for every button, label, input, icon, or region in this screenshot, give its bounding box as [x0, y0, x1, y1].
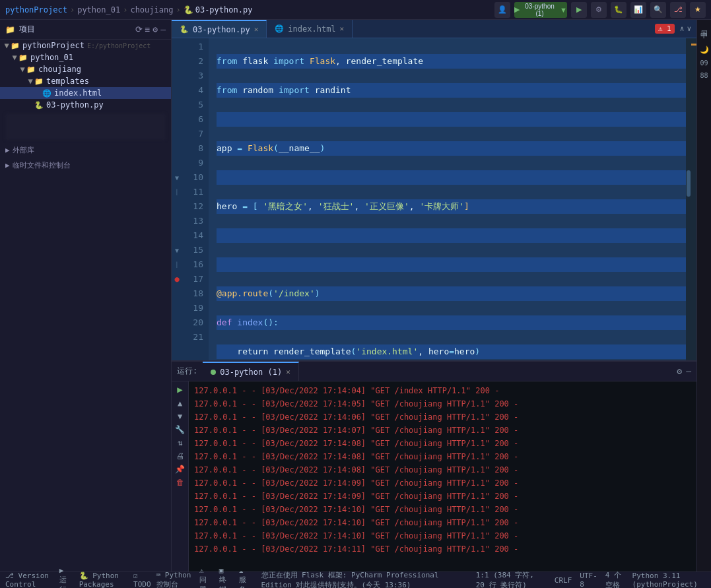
print-icon[interactable]: 🖨 [176, 451, 184, 461]
scrollbar-thumb[interactable] [687, 170, 691, 197]
console-log-line: 127.0.0.1 - - [03/Dec/2022 17:14:11] "GE… [189, 542, 696, 556]
collapse-icon[interactable]: ≡ [145, 24, 151, 34]
right-tool-5[interactable]: 88 [700, 72, 708, 79]
editor-area: 🐍 03-python.py ✕ 🌐 index.html ✕ ⚠ 1 ∧ ∨ [172, 20, 696, 360]
console-log-line: 127.0.0.1 - - [03/Dec/2022 17:14:06] "GE… [189, 410, 696, 424]
html-file-icon: 🌐 [42, 89, 51, 98]
tree-item-project[interactable]: ▼ 📁 pythonProject E:/pythonProject [0, 40, 171, 51]
console-log-line: 127.0.0.1 - - [03/Dec/2022 17:14:07] "GE… [189, 424, 696, 437]
title-bar-actions: 👤 ▶ 03-python (1) ▼ ▶ ⚙ 🐛 📊 🔍 ⎇ ★ [494, 2, 706, 18]
bottom-tab-close[interactable]: ✕ [286, 368, 290, 376]
minimize-console-icon[interactable]: — [686, 366, 691, 376]
indent[interactable]: 4 个空格 [605, 570, 625, 588]
temp-files-section[interactable]: ▶ 临时文件和控制台 [0, 158, 171, 173]
cursor-position[interactable]: 1:1 (384 字符, 20 行 换行符) [476, 570, 547, 588]
collapse-btn[interactable]: ∧ [680, 24, 685, 33]
run-label: 运行: [177, 366, 197, 377]
sort-icon[interactable]: ⇅ [178, 438, 182, 447]
expand-icon: ▼ [3, 41, 11, 50]
console-toolbar: ▶ ▲ ▼ 🔧 ⇅ 🖨 📌 🗑 [172, 381, 189, 572]
tab-actions: ⚠ 1 ∧ ∨ [655, 20, 696, 38]
debug-button[interactable]: 🐛 [611, 2, 626, 18]
tree-item-templates[interactable]: ▼ 📁 templates [0, 75, 171, 87]
index-html-label: index.html [54, 88, 102, 98]
error-badge: ⚠ 1 [655, 24, 675, 34]
tree-item-03python[interactable]: 🐍 03-python.py [0, 99, 171, 111]
profile-button[interactable]: 📊 [630, 2, 646, 18]
tree-item-python01[interactable]: ▼ 📁 python_01 [0, 51, 171, 63]
wrench-icon[interactable]: 🔧 [175, 425, 185, 434]
python01-label: python_01 [30, 53, 73, 62]
tab-03python-close[interactable]: ✕ [254, 25, 259, 34]
run-tool-icon[interactable]: ▶ [177, 384, 182, 395]
tab-03python[interactable]: 🐍 03-python.py ✕ [172, 20, 267, 38]
tree-item-choujiang[interactable]: ▼ 📁 choujiang [0, 63, 171, 75]
run-button[interactable]: ▶ [571, 2, 587, 18]
breadcrumb-project[interactable]: pythonProject [5, 5, 67, 15]
breadcrumb-folder1[interactable]: python_01 [77, 5, 120, 15]
bottom-tab-run[interactable]: 03-python (1) ✕ [203, 362, 299, 381]
run-status-dot [211, 370, 216, 375]
bottom-tab-actions: ⚙ — [677, 362, 696, 381]
tab-index-close[interactable]: ✕ [340, 24, 345, 33]
problems-status[interactable]: ⚠ 问题 [199, 566, 214, 589]
settings-button[interactable]: ★ [690, 2, 706, 18]
03python-label: 03-python.py [46, 100, 104, 110]
editor-scrollbar[interactable] [686, 38, 691, 360]
vcs-status[interactable]: ⎇ Version Control [5, 572, 54, 588]
bottom-panel: 运行: 03-python (1) ✕ ⚙ — ▶ ▲ ▼ [172, 360, 696, 572]
html-tab-icon: 🌐 [275, 24, 284, 33]
run-config-button[interactable]: ▶ 03-python (1) ▼ [514, 2, 567, 18]
python-version[interactable]: Python 3.11 (pythonProject) [632, 572, 706, 588]
close-sidebar-icon[interactable]: — [160, 24, 166, 34]
expand-btn[interactable]: ∨ [687, 24, 691, 33]
tree-item-index-html[interactable]: 🌐 index.html [0, 87, 171, 99]
python-console-status[interactable]: ⌨ Python 控制台 [156, 571, 194, 588]
filter-icon[interactable]: ⚙ [152, 24, 158, 34]
breadcrumb-folder2[interactable]: choujiang [130, 5, 173, 15]
delete-icon[interactable]: 🗑 [176, 478, 184, 487]
warning-strip [691, 38, 696, 360]
expand-icon-3: ▼ [18, 65, 26, 74]
external-libs-label: 外部库 [13, 145, 34, 155]
expand-section-icon: ▶ [5, 146, 10, 154]
sync-icon[interactable]: ⟳ [135, 24, 143, 34]
code-content[interactable]: from flask import Flask, render_template… [209, 38, 686, 360]
run-label-area: 运行: [172, 362, 203, 381]
code-line-3 [217, 112, 686, 127]
encoding[interactable]: UTF-8 [580, 572, 597, 588]
build-button[interactable]: ⚙ [591, 2, 607, 18]
git-button[interactable]: ⎇ [670, 2, 686, 18]
project-folder-icon: 📁 [11, 42, 20, 50]
code-editor[interactable]: ▼ │ ▼ │ ● 1 2 3 [172, 38, 691, 360]
terminal-status[interactable]: ▣ 终端 [219, 566, 234, 589]
todo-status[interactable]: ☑ TODO [133, 572, 151, 588]
up-arrow-icon[interactable]: ▲ [178, 399, 182, 408]
console-output[interactable]: 127.0.0.1 - - [03/Dec/2022 17:14:04] "GE… [189, 381, 696, 572]
breadcrumb: pythonProject › python_01 › choujiang › … [5, 5, 494, 15]
console-log-line: 127.0.0.1 - - [03/Dec/2022 17:14:08] "GE… [189, 463, 696, 476]
user-button[interactable]: 👤 [494, 2, 510, 18]
right-tool-3[interactable]: 🌙 [700, 46, 709, 54]
console-log-line: 127.0.0.1 - - [03/Dec/2022 17:14:04] "GE… [189, 384, 696, 397]
right-tool-4[interactable]: 09 [700, 59, 708, 67]
sidebar-header: 📁 项目 ⟳ ≡ ⚙ — [0, 20, 171, 40]
settings-console-icon[interactable]: ⚙ [677, 366, 682, 376]
external-libs-section[interactable]: ▶ 外部库 [0, 143, 171, 158]
bottom-tab-label: 03-python (1) [220, 368, 282, 377]
folder-icon: 📁 [5, 25, 15, 34]
breakpoint-icon: ● [174, 275, 179, 284]
search-button[interactable]: 🔍 [650, 2, 666, 18]
console-log-line: 127.0.0.1 - - [03/Dec/2022 17:14:10] "GE… [189, 503, 696, 516]
tab-index-html[interactable]: 🌐 index.html ✕ [267, 20, 353, 38]
console-log-line: 127.0.0.1 - - [03/Dec/2022 17:14:09] "GE… [189, 490, 696, 503]
breadcrumb-file: 🐍03-python.py [184, 5, 253, 15]
right-tool-2[interactable]: 中 [700, 30, 708, 40]
packages-status[interactable]: 🐍 Python Packages [79, 572, 128, 588]
services-status[interactable]: ☁ 服务 [239, 566, 254, 589]
pin-icon[interactable]: 📌 [175, 465, 185, 474]
bottom-tabs: 运行: 03-python (1) ✕ ⚙ — [172, 362, 696, 381]
run-status[interactable]: ▶ 运行 [59, 566, 74, 589]
line-ending[interactable]: CRLF [555, 576, 572, 585]
down-arrow-icon[interactable]: ▼ [178, 412, 182, 421]
